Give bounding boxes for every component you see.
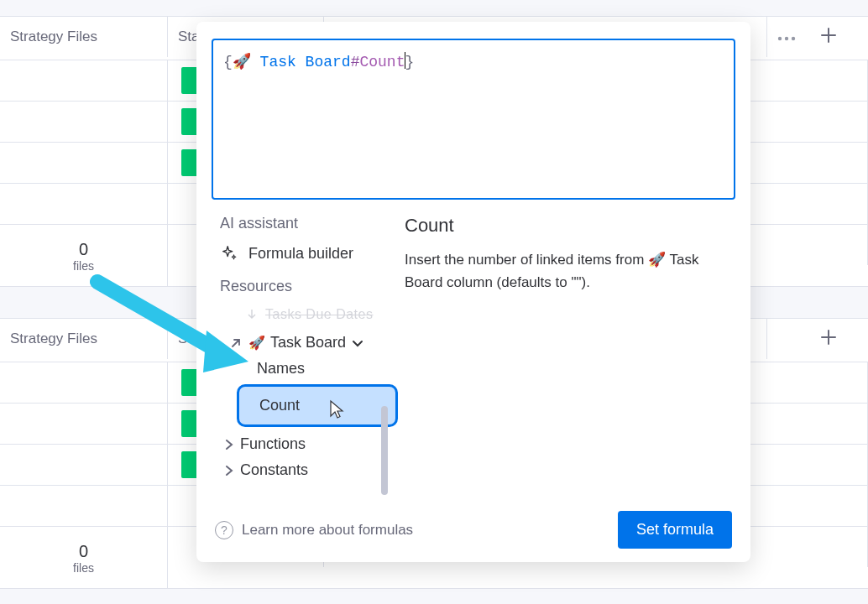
resource-names[interactable]: Names [257,360,384,378]
resource-count[interactable]: Count [237,384,398,427]
scrollbar-thumb[interactable] [381,406,388,495]
header-actions [767,17,868,57]
brace-open: { [223,54,233,70]
files-count: 0 [79,542,88,561]
formula-input[interactable]: {🚀 Task Board#Count} [212,39,735,200]
resource-constants[interactable]: Constants [223,461,384,479]
chevron-right-icon [223,465,235,476]
arrow-down-icon [247,309,257,320]
ai-heading: AI assistant [220,215,384,232]
svg-point-0 [778,37,782,40]
files-label: files [73,259,94,273]
files-summary[interactable]: 0 files [0,527,168,589]
formula-field: Count [359,54,405,70]
resource-truncated: Tasks Due Dates [247,307,384,322]
count-label: Count [259,397,300,414]
set-formula-button[interactable]: Set formula [618,511,732,549]
column-header-files[interactable]: Strategy Files [0,17,168,57]
cursor-icon [328,399,345,419]
files-summary[interactable]: 0 files [0,225,168,287]
add-column-icon[interactable] [819,328,838,350]
svg-point-1 [785,37,788,40]
formula-ref: Task Board [251,54,351,70]
rocket-icon: 🚀 [648,252,666,268]
resource-functions[interactable]: Functions [223,435,384,453]
info-title: Count [405,215,730,237]
help-icon: ? [215,521,233,539]
chevron-right-icon [223,439,235,450]
sparkle-icon [220,244,238,263]
chevron-down-icon[interactable] [351,336,364,350]
constants-label: Constants [240,461,308,479]
learn-more-label: Learn more about formulas [242,522,413,539]
formula-builder-item[interactable]: Formula builder [220,244,384,263]
functions-label: Functions [240,435,306,453]
files-label: files [73,561,94,575]
left-panel: AI assistant Formula builder Resources T… [196,215,384,479]
learn-more-link[interactable]: ? Learn more about formulas [215,521,413,539]
dialog-footer: ? Learn more about formulas Set formula [196,511,750,549]
column-header-files-2[interactable]: Strategy Files [0,319,168,359]
rocket-icon: 🚀 [248,335,265,351]
add-column-icon[interactable] [819,26,838,48]
formula-hash: # [351,54,360,70]
right-panel: Count Insert the number of linked items … [384,215,750,479]
more-icon[interactable] [777,29,796,44]
files-count: 0 [79,240,88,259]
svg-point-2 [792,37,795,40]
link-arrow-icon [228,336,243,351]
resources-heading: Resources [220,278,384,295]
text-cursor [405,52,405,69]
resource-task-board[interactable]: 🚀 Task Board [228,334,384,351]
formula-builder-label: Formula builder [248,245,353,263]
rocket-icon: 🚀 [233,54,251,70]
formula-dialog: {🚀 Task Board#Count} AI assistant Formul… [196,22,750,562]
info-description: Insert the number of linked items from 🚀… [405,248,730,294]
brace-close: } [405,54,414,70]
task-board-label: Task Board [270,334,346,351]
